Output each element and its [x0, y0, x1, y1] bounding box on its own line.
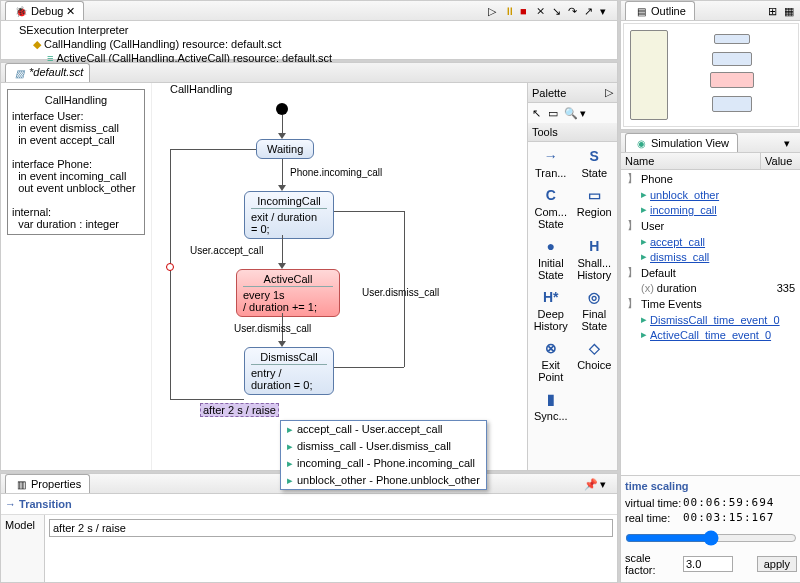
transition-label: Phone.incoming_call — [290, 167, 382, 178]
debug-view: 🐞 Debug ✕ ▷ ⏸ ■ ⨯ ↘ ↷ ↗ ▾ SExecution Int… — [0, 0, 618, 60]
menu-icon[interactable]: ▾ — [599, 477, 613, 491]
initial-state[interactable] — [276, 103, 288, 115]
state-waiting[interactable]: Waiting — [256, 139, 314, 159]
palette-item[interactable]: ▭Region — [574, 183, 616, 232]
outline-tab[interactable]: ▤ Outline — [625, 1, 695, 20]
time-slider[interactable] — [625, 530, 797, 546]
event-icon: ▸ — [641, 188, 647, 201]
debug-title: Debug — [31, 5, 63, 17]
diagram-title: CallHandling — [170, 83, 232, 95]
props-section: Transition — [19, 498, 72, 510]
palette-item[interactable]: ◇Choice — [574, 336, 616, 385]
outline-title: Outline — [651, 5, 686, 17]
editor-tab-label: *default.sct — [29, 66, 83, 80]
autocomplete-item[interactable]: ▸unblock_other - Phone.unblock_other — [281, 472, 486, 489]
event-icon: ▸ — [641, 328, 647, 341]
debug-tree[interactable]: SExecution Interpreter ◆CallHandling (Ca… — [1, 21, 617, 67]
sim-icon: ◉ — [634, 136, 648, 150]
sim-row[interactable]: 】Phone — [621, 170, 800, 187]
palette-item[interactable]: CCom... State — [530, 183, 572, 232]
disconnect-icon[interactable]: ⨯ — [535, 4, 549, 18]
pause-icon[interactable]: ⏸ — [503, 4, 517, 18]
autocomplete-item[interactable]: ▸accept_call - User.accept_call — [281, 421, 486, 438]
expression-input[interactable] — [49, 519, 613, 537]
properties-tab[interactable]: ▥ Properties — [5, 474, 90, 493]
step-over-icon[interactable]: ↷ — [567, 4, 581, 18]
marquee-icon[interactable]: ▭ — [547, 106, 561, 120]
transition-label: User.dismiss_call — [234, 323, 311, 334]
time-scaling-panel: time scaling virtual time:00:06:59:694 r… — [621, 475, 800, 582]
statechart-diagram[interactable]: CallHandling Waiting Phone.incoming_call… — [151, 83, 527, 470]
autocomplete-item[interactable]: ▸dismiss_call - User.dismiss_call — [281, 438, 486, 455]
col-name[interactable]: Name — [621, 153, 761, 169]
autocomplete-item[interactable]: ▸incoming_call - Phone.incoming_call — [281, 455, 486, 472]
event-icon: 】 — [627, 218, 638, 233]
palette-item[interactable]: SState — [574, 144, 616, 181]
palette-item[interactable]: H*Deep History — [530, 285, 572, 334]
editor-tab[interactable]: ▧ *default.sct — [5, 63, 90, 82]
sim-row[interactable]: ▸unblock_other — [621, 187, 800, 202]
chevron-icon[interactable]: ▷ — [605, 86, 613, 99]
selected-transition-label[interactable]: after 2 s / raise — [200, 403, 279, 417]
palette-item[interactable]: ●Initial State — [530, 234, 572, 283]
sim-row[interactable]: ▸DismissCall_time_event_0 — [621, 312, 800, 327]
resume-icon[interactable]: ▷ — [487, 4, 501, 18]
palette-item[interactable]: ⊗Exit Point — [530, 336, 572, 385]
outline-icon: ▤ — [634, 4, 648, 18]
palette-item[interactable]: HShall... History — [574, 234, 616, 283]
editor-view: ▧ *default.sct CallHandling interface Us… — [0, 62, 618, 471]
sim-row[interactable]: ▸incoming_call — [621, 202, 800, 217]
sim-row[interactable]: 】User — [621, 217, 800, 234]
autocomplete-popup: ▸accept_call - User.accept_call▸dismiss_… — [280, 420, 487, 490]
menu-icon[interactable]: ▾ — [783, 136, 797, 150]
event-icon: (x) — [641, 282, 654, 294]
event-icon: 】 — [627, 265, 638, 280]
sim-row[interactable]: 】Time Events — [621, 295, 800, 312]
scale-factor-input[interactable] — [683, 556, 733, 572]
col-value[interactable]: Value — [761, 153, 800, 169]
tools-header[interactable]: Tools — [532, 126, 558, 138]
sim-row[interactable]: ▸ActiveCall_time_event_0 — [621, 327, 800, 342]
palette-item[interactable]: →Tran... — [530, 144, 572, 181]
palette-item[interactable]: ▮Sync... — [530, 387, 572, 424]
file-icon: ▧ — [12, 66, 26, 80]
time-scaling-title: time scaling — [625, 480, 797, 492]
debug-tree-item[interactable]: SExecution Interpreter — [19, 23, 617, 37]
interface-definition[interactable]: CallHandling interface User: in event di… — [7, 89, 145, 235]
state-dismiss[interactable]: DismissCall entry / duration = 0; — [244, 347, 334, 395]
sim-row[interactable]: ▸dismiss_call — [621, 249, 800, 264]
sim-row[interactable]: ▸accept_call — [621, 234, 800, 249]
zoom-icon[interactable]: 🔍 — [563, 106, 577, 120]
close-icon[interactable]: ✕ — [66, 5, 75, 18]
step-into-icon[interactable]: ↘ — [551, 4, 565, 18]
breakpoint-icon[interactable] — [166, 263, 174, 271]
props-tab-model[interactable]: Model — [1, 515, 45, 582]
tree-mode-icon[interactable]: ⊞ — [767, 4, 781, 18]
palette: Palette▷ ↖ ▭ 🔍 ▾ Tools →Tran...SStateCCo… — [527, 83, 617, 470]
overview-mode-icon[interactable]: ▦ — [783, 4, 797, 18]
stop-icon[interactable]: ■ — [519, 4, 533, 18]
outline-minimap[interactable] — [623, 23, 799, 127]
real-time-label: real time: — [625, 512, 683, 524]
interface-body: interface User: in event dismiss_call in… — [12, 110, 140, 230]
state-incoming[interactable]: IncomingCall exit / duration = 0; — [244, 191, 334, 239]
apply-button[interactable]: apply — [757, 556, 797, 572]
debug-tree-item[interactable]: ◆CallHandling (CallHandling) resource: d… — [19, 37, 617, 51]
note-icon[interactable]: ▾ — [579, 106, 593, 120]
pin-icon[interactable]: 📌 — [583, 477, 597, 491]
transition-label: User.accept_call — [190, 245, 263, 256]
palette-item[interactable]: ◎Final State — [574, 285, 616, 334]
debug-tab[interactable]: 🐞 Debug ✕ — [5, 1, 84, 20]
real-time-value: 00:03:15:167 — [683, 511, 774, 524]
simulation-tab[interactable]: ◉ Simulation View — [625, 133, 738, 152]
virtual-time-label: virtual time: — [625, 497, 683, 509]
event-icon: ▸ — [641, 313, 647, 326]
sim-row[interactable]: (x)duration335 — [621, 281, 800, 295]
pointer-icon[interactable]: ↖ — [531, 106, 545, 120]
simulation-table: Name Value 】Phone▸unblock_other▸incoming… — [621, 153, 800, 475]
sim-row[interactable]: 】Default — [621, 264, 800, 281]
menu-icon[interactable]: ▾ — [599, 4, 613, 18]
state-active[interactable]: ActiveCall every 1s / duration += 1; — [236, 269, 340, 317]
scale-factor-label: scale factor: — [625, 552, 683, 576]
step-return-icon[interactable]: ↗ — [583, 4, 597, 18]
